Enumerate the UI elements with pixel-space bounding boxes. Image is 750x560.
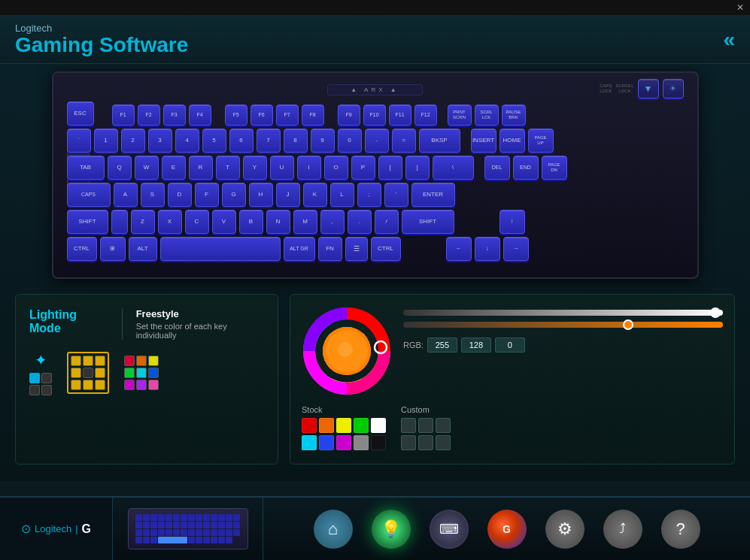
key-z[interactable]: Z [131, 210, 155, 234]
key-x[interactable]: X [158, 210, 182, 234]
key-lbracket[interactable]: [ [378, 156, 402, 180]
key-g[interactable]: G [222, 183, 246, 207]
key-home[interactable]: HOME [499, 129, 525, 153]
key-2[interactable]: 2 [121, 129, 145, 153]
key-win[interactable]: ⊞ [100, 237, 126, 261]
key-l[interactable]: L [330, 183, 354, 207]
key-caps[interactable]: CAPS [67, 183, 111, 207]
key-f[interactable]: F [195, 183, 219, 207]
key-5[interactable]: 5 [202, 129, 226, 153]
custom-swatch-3[interactable] [436, 418, 451, 433]
key-f10[interactable]: F10 [363, 104, 386, 126]
key-backspace[interactable]: BKSP [419, 129, 460, 153]
settings-footer-icon[interactable]: ⚙ [545, 510, 585, 549]
key-b[interactable]: B [239, 210, 263, 234]
key-rbracket[interactable]: ] [405, 156, 430, 180]
key-comma[interactable]: , [320, 210, 345, 234]
back-button[interactable]: « [723, 28, 735, 52]
key-8[interactable]: 8 [284, 129, 308, 153]
key-space[interactable] [160, 237, 281, 261]
key-t[interactable]: T [216, 156, 240, 180]
key-pause[interactable]: PAUSEBRK [502, 104, 526, 126]
brightness-thumb[interactable] [710, 307, 721, 318]
key-equals[interactable]: = [392, 129, 416, 153]
swatch-magenta[interactable] [336, 435, 351, 450]
lighting-option-border[interactable] [67, 352, 109, 394]
key-shift-left[interactable]: SHIFT [67, 210, 108, 234]
color-wheel[interactable] [302, 306, 392, 396]
key-r[interactable]: R [189, 156, 213, 180]
swatch-black[interactable] [371, 435, 386, 450]
key-shift-right[interactable]: SHIFT [402, 210, 454, 234]
key-prtsc[interactable]: PRNTSCRN [448, 104, 472, 126]
key-j[interactable]: J [276, 183, 300, 207]
brightness-slider[interactable] [403, 310, 723, 316]
key-f11[interactable]: F11 [389, 104, 411, 126]
key-right[interactable]: → [503, 237, 529, 261]
key-left[interactable]: ← [446, 237, 472, 261]
key-tab[interactable]: TAB [67, 156, 105, 180]
key-7[interactable]: 7 [257, 129, 281, 153]
swatch-white[interactable] [371, 418, 386, 433]
key-f9[interactable]: F9 [338, 104, 360, 126]
key-m[interactable]: M [293, 210, 317, 234]
saturation-slider[interactable] [403, 322, 723, 328]
key-ctrl-left[interactable]: CTRL [67, 237, 97, 261]
key-f8[interactable]: F8 [302, 104, 324, 126]
key-f2[interactable]: F2 [138, 104, 160, 126]
custom-swatch-1[interactable] [401, 418, 416, 433]
key-semicolon[interactable]: ; [357, 183, 381, 207]
brightness-key[interactable]: ☀ [663, 79, 684, 98]
key-c[interactable]: C [185, 210, 209, 234]
key-backtick[interactable]: ` [67, 129, 91, 153]
key-up[interactable]: ↑ [499, 210, 525, 234]
fn-key[interactable]: ▼ [638, 79, 659, 98]
key-f3[interactable]: F3 [163, 104, 186, 126]
key-p[interactable]: P [351, 156, 375, 180]
key-enter[interactable]: ENTER [411, 183, 455, 207]
key-pgdn[interactable]: PAGEDN [542, 156, 567, 180]
key-f7[interactable]: F7 [276, 104, 299, 126]
help-footer-icon[interactable]: ? [661, 510, 700, 549]
key-down[interactable]: ↓ [475, 237, 500, 261]
home-icon[interactable]: ⌂ [314, 510, 353, 549]
swatch-green[interactable] [354, 418, 369, 433]
key-6[interactable]: 6 [229, 129, 254, 153]
key-o[interactable]: O [324, 156, 348, 180]
key-0[interactable]: 0 [338, 129, 362, 153]
key-a[interactable]: A [114, 183, 138, 207]
key-delete[interactable]: DEL [484, 156, 510, 180]
custom-swatch-6[interactable] [436, 435, 451, 450]
swatch-yellow[interactable] [336, 418, 351, 433]
key-f4[interactable]: F4 [189, 104, 211, 126]
key-f1[interactable]: F1 [112, 104, 135, 126]
lighting-option-rainbow[interactable] [124, 356, 159, 390]
key-i[interactable]: I [297, 156, 321, 180]
key-1[interactable]: 1 [94, 129, 118, 153]
key-altgr[interactable]: ALT GR [284, 237, 315, 261]
key-slash[interactable]: / [375, 210, 399, 234]
key-iso[interactable] [111, 210, 128, 234]
key-esc[interactable]: ESC [67, 101, 94, 126]
key-u[interactable]: U [270, 156, 294, 180]
key-end[interactable]: END [513, 156, 539, 180]
footer-device-preview[interactable] [113, 498, 263, 560]
swatch-blue[interactable] [319, 435, 334, 450]
key-q[interactable]: Q [108, 156, 132, 180]
rgb-r-input[interactable] [427, 338, 457, 353]
key-backslash[interactable]: \ [433, 156, 474, 180]
key-w[interactable]: W [135, 156, 159, 180]
key-period[interactable]: . [348, 210, 372, 234]
key-k[interactable]: K [303, 183, 327, 207]
custom-swatch-4[interactable] [401, 435, 416, 450]
profile-footer-icon[interactable]: G [487, 510, 527, 549]
key-d[interactable]: D [168, 183, 192, 207]
custom-swatch-5[interactable] [418, 435, 433, 450]
key-f6[interactable]: F6 [251, 104, 273, 126]
saturation-thumb[interactable] [623, 319, 633, 330]
key-insert[interactable]: INSERT [471, 129, 496, 153]
key-f5[interactable]: F5 [225, 104, 247, 126]
swatch-red[interactable] [302, 418, 317, 433]
key-minus[interactable]: - [365, 129, 389, 153]
key-quote[interactable]: ' [384, 183, 408, 207]
